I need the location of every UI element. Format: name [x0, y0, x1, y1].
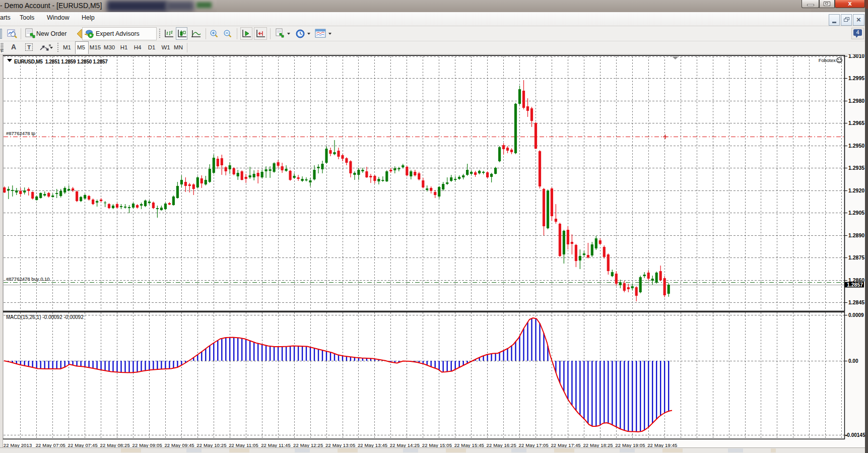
- svg-text:#87762478 tp: #87762478 tp: [6, 131, 35, 136]
- svg-text:22 May 07:45: 22 May 07:45: [68, 442, 98, 448]
- svg-text:22 May 08:25: 22 May 08:25: [100, 442, 130, 448]
- svg-text:Fobotex: Fobotex: [819, 57, 836, 63]
- svg-text:1.2905: 1.2905: [848, 210, 864, 216]
- svg-text:22 May 12:25: 22 May 12:25: [293, 442, 323, 448]
- svg-text:22 May 15:45: 22 May 15:45: [454, 442, 484, 448]
- svg-text:22 May 09:05: 22 May 09:05: [132, 442, 162, 448]
- svg-text:MACD(15,26,1) -0.00092 -0.0009: MACD(15,26,1) -0.00092 -0.00092: [6, 314, 84, 320]
- svg-text:22 May 11:05: 22 May 11:05: [229, 442, 258, 448]
- svg-text:22 May 2013: 22 May 2013: [4, 442, 32, 448]
- svg-text:1.2857: 1.2857: [847, 282, 863, 288]
- svg-text:1.2980: 1.2980: [848, 98, 864, 104]
- svg-text:0.0009: 0.0009: [848, 312, 864, 318]
- svg-text:22 May 18:25: 22 May 18:25: [583, 442, 613, 448]
- svg-text:1.2845: 1.2845: [848, 299, 864, 305]
- svg-text:1.2920: 1.2920: [848, 187, 864, 193]
- svg-text:22 May 14:25: 22 May 14:25: [390, 442, 420, 448]
- svg-text:1.2890: 1.2890: [848, 232, 864, 238]
- svg-text:22 May 17:05: 22 May 17:05: [519, 442, 549, 448]
- svg-text:22 May 19:05: 22 May 19:05: [615, 442, 645, 448]
- svg-text:0.00: 0.00: [848, 358, 858, 364]
- svg-text:EURUSD,M5 1.2851 1.2859 1.285: EURUSD,M5 1.2851 1.2859 1.2850 1.2857: [14, 59, 108, 64]
- svg-text:22 May 15:05: 22 May 15:05: [422, 442, 452, 448]
- svg-text:1.2950: 1.2950: [848, 143, 864, 149]
- svg-text:22 May 17:45: 22 May 17:45: [551, 442, 580, 448]
- svg-text:22 May 13:45: 22 May 13:45: [358, 442, 387, 448]
- svg-text:#87762478 buy 0.10: #87762478 buy 0.10: [6, 276, 50, 282]
- svg-text:1.2875: 1.2875: [848, 254, 864, 261]
- svg-text:22 May 19:45: 22 May 19:45: [647, 442, 677, 448]
- svg-text:-0.00145: -0.00145: [845, 432, 865, 438]
- svg-text:22 May 07:05: 22 May 07:05: [36, 442, 65, 448]
- svg-text:1.2935: 1.2935: [848, 165, 864, 171]
- svg-text:1.2995: 1.2995: [848, 75, 864, 81]
- svg-text:22 May 11:45: 22 May 11:45: [261, 442, 291, 448]
- svg-text:22 May 13:05: 22 May 13:05: [325, 442, 355, 448]
- svg-text:22 May 16:25: 22 May 16:25: [487, 442, 516, 448]
- svg-text:22 May 10:25: 22 May 10:25: [196, 442, 226, 448]
- svg-text:1.2965: 1.2965: [848, 120, 864, 126]
- svg-text:22 May 09:45: 22 May 09:45: [164, 442, 194, 448]
